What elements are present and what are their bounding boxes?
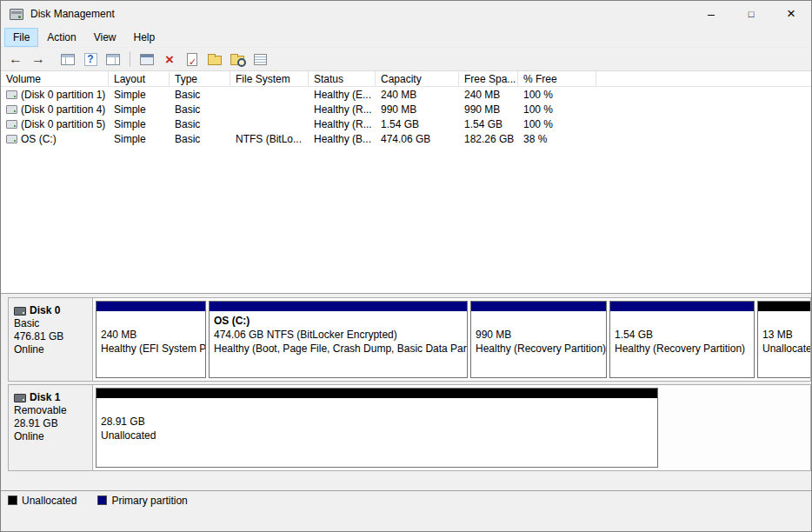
back-arrow-icon[interactable]: ←: [6, 50, 25, 69]
window-controls: – □ ×: [691, 1, 811, 27]
disk-status: Online: [14, 430, 87, 443]
column-header-layout[interactable]: Layout: [109, 71, 170, 86]
show-action-pane-icon[interactable]: [103, 50, 123, 69]
cell-capacity: 240 MB: [376, 89, 459, 101]
status-strip: [1, 509, 811, 531]
cell-capacity: 1.54 GB: [376, 118, 459, 130]
legend-label: Primary partition: [111, 495, 187, 507]
volume-icon: [6, 135, 17, 143]
volume-list-pane: Volume Layout Type File System Status Ca…: [1, 70, 811, 293]
partition-title: [101, 314, 201, 328]
partition-unallocated-13mb[interactable]: 13 MB Unallocated: [757, 301, 810, 378]
unallocated-swatch: [8, 495, 17, 505]
legend-unallocated: Unallocated: [8, 495, 77, 507]
graphical-view-pane: Disk 0 Basic 476.81 GB Online 240 MB Hea…: [1, 293, 811, 490]
drive-icon: [14, 307, 26, 316]
partition-status: Unallocated: [762, 342, 810, 356]
check-document-icon[interactable]: [183, 50, 202, 69]
disk-size: 476.81 GB: [14, 330, 87, 343]
cell-status: Healthy (E...: [309, 89, 376, 101]
explore-folder-icon[interactable]: [228, 50, 247, 69]
partition-recovery-1[interactable]: 990 MB Healthy (Recovery Partition): [470, 301, 607, 378]
column-header-volume[interactable]: Volume: [1, 71, 109, 86]
column-header-capacity[interactable]: Capacity: [376, 71, 459, 86]
partition-os-c[interactable]: OS (C:) 474.06 GB NTFS (BitLocker Encryp…: [209, 301, 468, 378]
delete-volume-icon[interactable]: ×: [160, 50, 179, 69]
open-folder-icon[interactable]: [205, 50, 224, 69]
cell-pct-free: 100 %: [518, 118, 596, 130]
partition-type-bar: [610, 302, 754, 311]
toolbar: ← → ? ×: [1, 48, 811, 70]
cell-file-system: NTFS (BitLo...: [230, 133, 309, 145]
cell-type: Basic: [170, 118, 230, 130]
drive-icon: [14, 394, 26, 402]
column-header-filler: [596, 71, 811, 86]
volume-name: (Disk 0 partition 5): [21, 118, 105, 130]
disk-0-info-panel[interactable]: Disk 0 Basic 476.81 GB Online: [9, 298, 93, 381]
table-row[interactable]: (Disk 0 partition 5) Simple Basic Health…: [1, 116, 811, 131]
properties-dialog-icon[interactable]: [137, 50, 156, 69]
partition-status: Healthy (Recovery Partition): [476, 342, 602, 356]
partition-size: 990 MB: [476, 328, 602, 342]
menu-view[interactable]: View: [85, 28, 125, 47]
legend-primary-partition: Primary partition: [97, 495, 187, 507]
partition-recovery-2[interactable]: 1.54 GB Healthy (Recovery Partition): [609, 301, 755, 378]
menu-file[interactable]: File: [4, 28, 38, 47]
column-header-file-system[interactable]: File System: [230, 71, 309, 86]
volume-table-header: Volume Layout Type File System Status Ca…: [1, 71, 811, 87]
disk-name: Disk 0: [30, 304, 60, 317]
legend-label: Unallocated: [22, 495, 77, 507]
partition-title: [101, 401, 653, 415]
disk-status: Online: [14, 343, 87, 356]
cell-layout: Simple: [109, 118, 170, 130]
cell-free-space: 1.54 GB: [459, 118, 518, 130]
cell-pct-free: 100 %: [518, 89, 596, 101]
disk-kind: Basic: [14, 317, 87, 330]
export-list-icon[interactable]: [250, 50, 270, 69]
toolbar-separator: [130, 51, 130, 67]
disk-1-row: Disk 1 Removable 28.91 GB Online 28.91 G…: [8, 384, 811, 471]
legend-bar: Unallocated Primary partition: [1, 490, 811, 509]
menu-action[interactable]: Action: [38, 28, 84, 47]
volume-icon: [6, 105, 17, 114]
partition-title: [476, 314, 602, 328]
disk-management-window: Disk Management – □ × File Action View H…: [0, 0, 812, 532]
column-header-status[interactable]: Status: [309, 71, 376, 86]
app-icon[interactable]: [10, 9, 23, 20]
show-console-tree-icon[interactable]: [58, 50, 77, 69]
cell-type: Basic: [170, 133, 230, 145]
primary-partition-swatch: [97, 495, 107, 505]
cell-type: Basic: [170, 103, 230, 116]
help-icon[interactable]: ?: [81, 50, 100, 69]
disk-1-partitions: 28.91 GB Unallocated: [93, 385, 810, 470]
partition-unallocated-removable[interactable]: 28.91 GB Unallocated: [96, 388, 658, 468]
partition-type-bar: [97, 389, 657, 398]
forward-arrow-icon[interactable]: →: [29, 50, 48, 69]
cell-free-space: 990 MB: [459, 103, 518, 116]
partition-type-bar: [471, 302, 606, 311]
cell-layout: Simple: [109, 89, 170, 101]
table-row[interactable]: (Disk 0 partition 1) Simple Basic Health…: [1, 87, 811, 102]
disk-1-info-panel[interactable]: Disk 1 Removable 28.91 GB Online: [9, 385, 93, 470]
table-row[interactable]: OS (C:) Simple Basic NTFS (BitLo... Heal…: [1, 131, 811, 146]
partition-title: [615, 314, 749, 328]
close-button[interactable]: ×: [771, 1, 811, 27]
partition-efi[interactable]: 240 MB Healthy (EFI System Partition): [96, 301, 206, 378]
partition-status: Healthy (Boot, Page File, Crash Dump, Ba…: [214, 342, 463, 356]
partition-size: 240 MB: [101, 328, 201, 342]
maximize-button[interactable]: □: [731, 1, 771, 27]
column-header-type[interactable]: Type: [170, 71, 230, 86]
cell-type: Basic: [170, 89, 230, 101]
partition-status: Unallocated: [101, 429, 653, 442]
disk-0-row: Disk 0 Basic 476.81 GB Online 240 MB Hea…: [8, 297, 811, 382]
menu-help[interactable]: Help: [125, 28, 164, 47]
cell-status: Healthy (R...: [309, 103, 376, 116]
column-header-pct-free[interactable]: % Free: [518, 71, 596, 86]
partition-status: Healthy (Recovery Partition): [615, 342, 749, 356]
cell-status: Healthy (B...: [309, 133, 376, 145]
column-header-free-space[interactable]: Free Spa...: [459, 71, 518, 86]
minimize-button[interactable]: –: [691, 1, 731, 27]
table-row[interactable]: (Disk 0 partition 4) Simple Basic Health…: [1, 102, 811, 116]
cell-layout: Simple: [109, 103, 170, 116]
partition-size: 13 MB: [762, 328, 810, 342]
